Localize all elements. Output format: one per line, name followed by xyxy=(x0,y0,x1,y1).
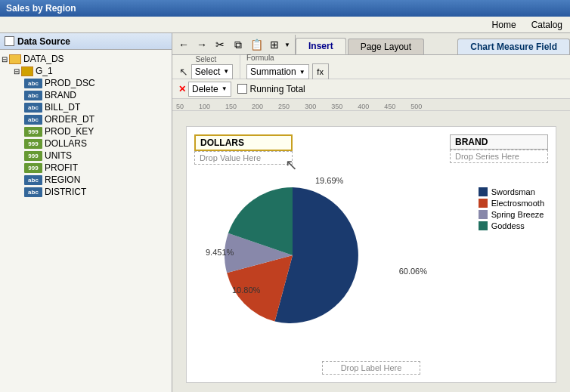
toolbar-forward-btn[interactable]: → xyxy=(194,36,210,53)
formula-section-label: Formula xyxy=(246,54,274,62)
menu-bar: Home Catalog xyxy=(0,17,570,33)
tree-item-7[interactable]: 999 PROFIT xyxy=(0,162,172,174)
tree-item-9[interactable]: abc DISTRICT xyxy=(0,186,172,198)
drop-zone-label[interactable]: Drop Label Here xyxy=(322,361,420,375)
summation-dropdown-arrow: ▼ xyxy=(299,69,305,76)
field-name-7: PROFIT xyxy=(45,162,78,173)
tree-item-5[interactable]: 999 DOLLARS xyxy=(0,137,172,150)
field-name-4: PROD_KEY xyxy=(45,126,94,137)
drop-value-placeholder: Drop Value Here xyxy=(194,151,293,165)
legend-color-electrosmooth xyxy=(479,199,488,208)
type-badge-7: 999 xyxy=(24,163,42,173)
menu-home[interactable]: Home xyxy=(485,18,524,32)
ruler-tick-500: 500 xyxy=(410,103,422,110)
type-badge-9: abc xyxy=(24,187,42,197)
pct-top: 19.69% xyxy=(315,176,343,185)
delete-row: ✕ Delete ▼ Running Total xyxy=(172,79,570,99)
select-section: Select ↖ Select ▼ xyxy=(172,55,240,79)
toolbar-paste-btn[interactable]: 📋 xyxy=(248,36,265,53)
legend-item-2: Spring Breeze xyxy=(479,210,544,219)
ruler: 50 100 150 200 250 300 350 400 450 500 xyxy=(172,99,570,111)
field-name-6: UNITS xyxy=(45,150,72,161)
drop-zone-brand[interactable]: BRAND Drop Series Here xyxy=(450,134,548,163)
delete-dropdown[interactable]: Delete ▼ xyxy=(188,82,231,97)
delete-section: ✕ Delete ▼ xyxy=(178,82,231,97)
tree-item-datads[interactable]: ⊟ DATA_DS xyxy=(0,53,172,65)
drop-series-label: BRAND xyxy=(450,134,548,150)
main-container: Data Source ⊟ DATA_DS ⊟ G_1 abc PROD_DSC… xyxy=(0,33,570,392)
title-bar: Sales by Region xyxy=(0,0,570,17)
chart-container: DOLLARS Drop Value Here ↖ BRAND Drop Ser… xyxy=(186,126,556,383)
drop-label-placeholder: Drop Label Here xyxy=(322,361,420,375)
toolbar-row: Select ↖ Select ▼ Formula Summation ▼ xyxy=(172,55,570,79)
running-total-section: Running Total xyxy=(237,84,305,94)
toolbar-copy-btn[interactable]: ⧉ xyxy=(230,36,246,53)
ruler-tick-450: 450 xyxy=(384,103,395,110)
tree-label-g1: G_1 xyxy=(36,66,53,76)
type-badge-2: abc xyxy=(24,103,42,113)
expand-g1[interactable]: ⊟ xyxy=(12,66,21,76)
type-badge-0: abc xyxy=(24,79,42,88)
tree-item-g1[interactable]: ⊟ G_1 xyxy=(0,65,172,77)
cursor-icon: ↖ xyxy=(179,66,188,78)
tree-item-1[interactable]: abc BRAND xyxy=(0,89,172,101)
delete-dropdown-arrow: ▼ xyxy=(221,85,228,92)
folder-icon-g1 xyxy=(21,66,33,76)
toolbar-back-btn[interactable]: ← xyxy=(175,36,192,53)
chart-area: DOLLARS Drop Value Here ↖ BRAND Drop Ser… xyxy=(172,111,570,392)
formula-section: Formula Summation ▼ fx xyxy=(240,55,335,79)
field-name-2: BILL_DT xyxy=(45,102,80,113)
chart-legend: Swordsman Electrosmooth Spring Breeze Go… xyxy=(479,187,544,233)
tree-item-6[interactable]: 999 UNITS xyxy=(0,150,172,162)
tree-item-0[interactable]: abc PROD_DSC xyxy=(0,77,172,89)
tree-item-3[interactable]: abc ORDER_DT xyxy=(0,113,172,125)
legend-color-goddess xyxy=(479,221,488,230)
tree-panel: ⊟ DATA_DS ⊟ G_1 abc PROD_DSC abc BRAND a… xyxy=(0,50,172,392)
field-name-5: DOLLARS xyxy=(45,138,87,149)
expand-datads[interactable]: ⊟ xyxy=(0,54,9,63)
legend-label-electrosmooth: Electrosmooth xyxy=(491,199,544,208)
field-name-0: PROD_DSC xyxy=(45,78,95,88)
select-label: Select xyxy=(195,66,220,77)
legend-item-1: Electrosmooth xyxy=(479,199,544,208)
ruler-tick-200: 200 xyxy=(252,103,263,110)
ruler-tick-100: 100 xyxy=(199,103,210,110)
type-badge-8: abc xyxy=(24,175,42,185)
toolbar-export-btn[interactable]: ⊞ xyxy=(266,36,283,53)
toolbar-export-arrow-btn[interactable]: ▼ xyxy=(283,36,292,53)
type-badge-6: 999 xyxy=(24,151,42,161)
datasource-title: Data Source xyxy=(17,36,70,47)
summation-dropdown[interactable]: Summation ▼ xyxy=(246,64,309,79)
ruler-tick-50: 50 xyxy=(176,103,184,110)
tree-item-8[interactable]: abc REGION xyxy=(0,174,172,186)
tab-insert[interactable]: Insert xyxy=(296,38,346,54)
legend-color-swordsman xyxy=(479,187,488,196)
running-total-label: Running Total xyxy=(250,84,305,94)
legend-item-3: Goddess xyxy=(479,221,544,230)
collapse-checkbox[interactable] xyxy=(5,36,14,46)
menu-catalog[interactable]: Catalog xyxy=(524,18,570,32)
delete-label: Delete xyxy=(192,84,218,94)
tab-chart-measure-field[interactable]: Chart Measure Field xyxy=(457,39,570,54)
field-name-9: DISTRICT xyxy=(45,187,86,197)
ruler-tick-400: 400 xyxy=(358,103,369,110)
type-badge-3: abc xyxy=(24,115,42,125)
select-dropdown[interactable]: Select ▼ xyxy=(191,64,233,79)
tab-page-layout[interactable]: Page Layout xyxy=(348,39,424,54)
type-badge-5: 999 xyxy=(24,139,42,149)
tree-label-datads: DATA_DS xyxy=(23,54,64,64)
running-total-checkbox[interactable] xyxy=(237,84,247,94)
tree-item-4[interactable]: 999 PROD_KEY xyxy=(0,125,172,137)
folder-icon-datads xyxy=(9,54,21,64)
drop-zone-dollars[interactable]: DOLLARS Drop Value Here ↖ xyxy=(194,134,293,165)
type-badge-1: abc xyxy=(24,91,42,100)
field-name-8: REGION xyxy=(45,174,80,185)
type-badge-4: 999 xyxy=(24,127,42,137)
pie-chart-svg xyxy=(209,172,376,338)
drop-series-placeholder: Drop Series Here xyxy=(450,150,548,163)
legend-label-goddess: Goddess xyxy=(491,221,525,230)
x-icon: ✕ xyxy=(178,84,186,94)
formula-calc-btn[interactable]: fx xyxy=(312,63,329,80)
toolbar-cut-btn[interactable]: ✂ xyxy=(212,36,228,53)
tree-item-2[interactable]: abc BILL_DT xyxy=(0,101,172,113)
